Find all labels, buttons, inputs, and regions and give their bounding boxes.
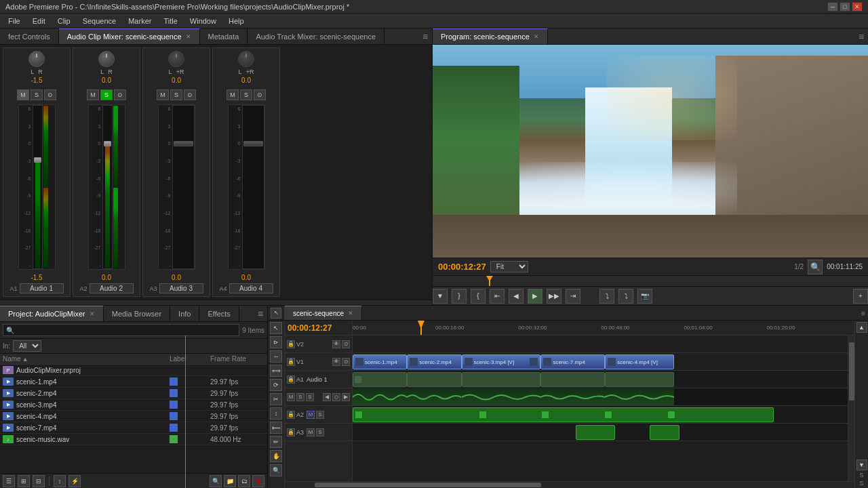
playback-scrubber[interactable] — [433, 275, 868, 286]
tool-slide[interactable]: ⟵ — [270, 422, 282, 434]
tool-rate-stretch[interactable]: ⟳ — [270, 379, 282, 391]
lock-v2[interactable]: 🔒 — [287, 340, 295, 348]
channel-name-input-a3[interactable] — [159, 283, 203, 293]
clip-v1-3[interactable]: scenic-3.mp4 [V] — [462, 354, 541, 369]
vscrollbar-thumb[interactable] — [849, 342, 854, 401]
clip-a1-5-upper[interactable] — [605, 372, 674, 387]
tab-project[interactable]: Project: AudioClipMixer ✕ — [0, 306, 104, 321]
tab-audio-track-mixer[interactable]: Audio Track Mixer: scenic-sequence — [248, 28, 384, 44]
mute-btn-a1[interactable]: M — [17, 89, 29, 100]
fader-track-a1[interactable] — [33, 105, 43, 269]
play-button[interactable]: ▶ — [528, 289, 542, 304]
fader-handle-a3[interactable] — [174, 141, 193, 146]
record-btn-a4[interactable]: ⊙ — [254, 89, 266, 100]
clip-a1-2-upper[interactable] — [407, 372, 461, 387]
hscrollbar-thumb[interactable] — [315, 483, 541, 487]
clip-a2-music[interactable] — [353, 407, 774, 422]
icon-view-btn[interactable]: ⊞ — [18, 475, 30, 487]
fader-handle-a4[interactable] — [243, 141, 263, 146]
solo-a2[interactable]: S — [316, 411, 324, 419]
solo-a3[interactable]: S — [316, 428, 324, 436]
fader-track-a4[interactable] — [242, 105, 264, 269]
in-dropdown[interactable]: All — [13, 340, 41, 352]
add-marker-button[interactable]: + — [853, 289, 868, 304]
list-item[interactable]: ♪ scenic-music.wav 48.000 Hz — [0, 434, 267, 445]
menu-title[interactable]: Title — [158, 16, 182, 26]
tab-media-browser[interactable]: Media Browser — [104, 306, 170, 321]
solo-btn-a4[interactable]: S — [240, 89, 252, 100]
clip-a3-2[interactable] — [650, 425, 679, 440]
maximize-button[interactable]: □ — [840, 2, 850, 12]
tool-track-select[interactable]: ⊳ — [270, 336, 282, 348]
fit-dropdown[interactable]: Fit 25% 50% 100% — [490, 261, 528, 272]
mute-btn-a2[interactable]: M — [87, 89, 99, 100]
step-back-button[interactable]: ◀ — [509, 289, 524, 304]
tab-info[interactable]: Info — [170, 306, 199, 321]
channel-name-input-a1[interactable] — [20, 283, 64, 293]
col-label[interactable]: Label — [170, 355, 210, 363]
a1-btn3[interactable]: ▶ — [342, 393, 350, 401]
delete-btn[interactable]: 🗑 — [252, 475, 264, 487]
clip-a1-3-upper[interactable] — [462, 372, 541, 387]
mute-a1-b[interactable]: S — [306, 393, 314, 401]
set-in-button[interactable]: { — [471, 289, 486, 304]
eye-v1[interactable]: 👁 — [332, 358, 340, 366]
tab-effect-controls[interactable]: fect Controls — [0, 28, 59, 44]
project-panel-menu[interactable]: ≡ — [254, 306, 267, 321]
tool-ripple[interactable]: ↔ — [270, 350, 282, 363]
tab-effects[interactable]: Effects — [199, 306, 239, 321]
search-project-btn[interactable]: 🔍 — [210, 475, 222, 487]
channel-name-input-a2[interactable] — [90, 283, 134, 293]
menu-help[interactable]: Help — [223, 16, 250, 26]
close-sequence-tab[interactable]: ✕ — [348, 310, 353, 317]
minimize-button[interactable]: ─ — [827, 2, 838, 12]
fader-track-a3[interactable] — [172, 105, 195, 269]
camera-button[interactable]: 📷 — [637, 289, 652, 304]
audio-mixer-scrollbar[interactable] — [0, 300, 432, 305]
a1-btn1[interactable]: ◀ — [323, 393, 331, 401]
zoom-icon[interactable]: 🔍 — [808, 260, 823, 274]
mute-btn-a4[interactable]: M — [226, 89, 239, 100]
mute-btn-a3[interactable]: M — [157, 89, 169, 100]
step-fwd-button[interactable]: ▶▶ — [547, 289, 561, 304]
tool-rolling[interactable]: ⟺ — [270, 365, 282, 377]
knob-a4[interactable] — [238, 51, 254, 67]
a1-btn2[interactable]: ◇ — [332, 393, 340, 401]
target-v1[interactable]: ⊙ — [342, 358, 350, 366]
clip-a3-1[interactable] — [576, 425, 615, 440]
tab-audio-clip-mixer[interactable]: Audio Clip Mixer: scenic-sequence ✕ — [59, 28, 200, 44]
free-form-btn[interactable]: ⊟ — [33, 475, 45, 487]
record-btn-a2[interactable]: ⊙ — [114, 89, 126, 100]
list-view-btn[interactable]: ☰ — [3, 475, 15, 487]
tab-program-monitor[interactable]: Program: scenic-sequence ✕ — [433, 28, 548, 44]
tl-scroll-down[interactable]: ▼ — [856, 460, 867, 470]
lock-a1[interactable]: 🔒 — [287, 375, 295, 384]
search-input[interactable] — [16, 327, 236, 334]
panel-menu-button[interactable]: ≡ — [418, 28, 432, 44]
tl-scroll-up[interactable]: ▲ — [856, 322, 867, 333]
timeline-ruler[interactable]: 00:00 00:00:16:00 00:00:32:00 00:00:48:0… — [353, 321, 854, 335]
knob-a2[interactable] — [98, 51, 115, 67]
knob-a1[interactable] — [28, 51, 45, 67]
lock-v1[interactable]: 🔒 — [287, 358, 295, 366]
tool-slip[interactable]: ↕ — [270, 407, 282, 420]
solo-btn-a1[interactable]: S — [31, 89, 43, 100]
close-button[interactable]: ✕ — [852, 2, 863, 12]
clip-v1-1[interactable]: scenic-1.mp4 — [353, 354, 407, 369]
solo-btn-a3[interactable]: S — [170, 89, 182, 100]
tab-sequence[interactable]: scenic-sequence ✕ — [285, 306, 362, 320]
tool-pen[interactable]: ✏ — [270, 436, 282, 448]
menu-clip[interactable]: Clip — [52, 16, 76, 26]
menu-sequence[interactable]: Sequence — [77, 16, 122, 26]
lock-a3[interactable]: 🔒 — [287, 428, 295, 436]
channel-name-input-a4[interactable] — [229, 283, 273, 293]
list-item[interactable]: ▶ scenic-1.mp4 29.97 fps — [0, 376, 267, 388]
eye-v2[interactable]: 👁 — [332, 340, 340, 348]
sort-btn[interactable]: ↕ — [54, 475, 66, 487]
tool-selection[interactable]: ↖ — [270, 322, 282, 334]
fader-handle-a2[interactable] — [104, 141, 111, 146]
mark-out-button[interactable]: } — [452, 289, 467, 304]
mute-a1[interactable]: M — [287, 393, 295, 401]
clip-a1-4-upper[interactable] — [540, 372, 605, 387]
overwrite-button[interactable]: ⤵ — [618, 289, 633, 304]
